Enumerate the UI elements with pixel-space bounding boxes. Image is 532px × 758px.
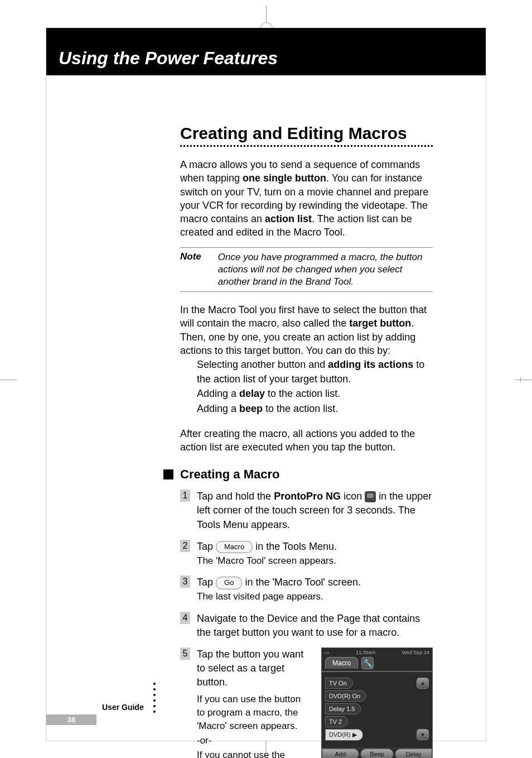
page-container: Using the Power Features Creating and Ed… — [0, 0, 532, 758]
device-header: Macro 🔧 — [322, 655, 432, 671]
note-label: Note — [180, 251, 201, 288]
action-item[interactable]: TV On — [325, 678, 353, 689]
step-body: Tap the button you want to select as a t… — [197, 647, 310, 690]
dot-icon — [153, 705, 156, 707]
step-body: Tap and hold the ProntoPro NG icon in th… — [197, 490, 433, 532]
add-button[interactable]: Add — [322, 749, 359, 758]
page-number: 38 — [46, 714, 96, 725]
text: Adding a beep to the action list. — [197, 401, 338, 416]
bold-text: beep — [239, 403, 263, 414]
step-5-row: 5 Tap the button you want to select as a… — [180, 647, 433, 758]
action-item[interactable]: Delay 1.5 — [325, 703, 361, 714]
step-list: 1 Tap and hold the ProntoPro NG icon in … — [180, 490, 433, 640]
sub-heading: Creating a Macro — [180, 467, 280, 482]
text: Selecting another button and adding its … — [197, 357, 433, 386]
bullet-item: Adding a delay to the action list. — [197, 386, 433, 401]
dot-icon — [153, 683, 156, 685]
step-number: 2 — [180, 540, 190, 552]
step-number: 4 — [180, 612, 190, 624]
step-5-text: 5 Tap the button you want to select as a… — [180, 647, 310, 758]
step-body: Tap Macro in the Tools Menu. The 'Macro … — [197, 540, 337, 568]
step-3: 3 Tap Go in the 'Macro Tool' screen. The… — [180, 575, 433, 603]
step-2: 2 Tap Macro in the Tools Menu. The 'Macr… — [180, 540, 433, 568]
page-border: Using the Power Features Creating and Ed… — [46, 28, 486, 741]
bold-text: action list — [265, 213, 312, 224]
decorative-dots — [153, 683, 156, 713]
note-text: Once you have programmed a macro, the bu… — [218, 251, 433, 288]
device-time: 11:39am — [356, 650, 375, 655]
tools-icon[interactable]: 🔧 — [361, 657, 374, 669]
device-status-bar: ▭ 11:39am Wed Sep 24 — [322, 648, 432, 655]
bold-text: adding its actions — [328, 359, 413, 370]
sub-heading-row: Creating a Macro — [180, 467, 433, 482]
action-list: TV On ▲ DVD(R) On Delay 1.5 TV 2 DVD(R) … — [322, 672, 432, 748]
scroll-up-button[interactable]: ▲ — [417, 678, 429, 689]
step-number: 3 — [180, 575, 190, 588]
text: Adding a delay to the action list. — [197, 386, 340, 401]
dot-icon — [153, 688, 156, 690]
chapter-header: Using the Power Features — [46, 28, 486, 75]
macro-button-icon: Macro — [216, 541, 253, 553]
beep-button[interactable]: Beep — [360, 749, 394, 758]
section-heading: Creating and Editing Macros — [180, 124, 433, 143]
device-date: Wed Sep 24 — [402, 650, 429, 655]
step-result: If you cannot use the button to program … — [197, 749, 310, 758]
crop-mark-right — [515, 380, 532, 380]
or-divider: -or- — [197, 734, 310, 747]
device-screenshot: ▭ 11:39am Wed Sep 24 Macro 🔧 TV On ▲ — [321, 647, 433, 758]
crop-mark-left — [0, 380, 17, 380]
step-number: 1 — [180, 490, 190, 502]
step-result: The 'Macro Tool' screen appears. — [197, 555, 336, 566]
square-bullet-icon — [163, 469, 173, 479]
dot-icon — [153, 699, 156, 702]
bold-text: ProntoPro NG — [274, 491, 341, 502]
scroll-down-button[interactable]: ▼ — [417, 729, 429, 740]
content-area: Creating and Editing Macros A macro allo… — [113, 124, 433, 758]
bold-text: one single button — [243, 172, 326, 184]
bullet-item: Adding a beep to the action list. — [197, 401, 433, 416]
dot-icon — [153, 711, 156, 713]
action-item[interactable]: TV 2 — [325, 716, 348, 727]
step-body: Navigate to the Device and the Page that… — [197, 612, 433, 640]
dotted-divider — [180, 145, 433, 147]
delay-button[interactable]: Delay — [395, 749, 432, 758]
bold-text: target button — [349, 318, 411, 329]
step-body: Tap Go in the 'Macro Tool' screen. The l… — [197, 575, 361, 603]
intro-paragraph: A macro allows you to send a sequence of… — [180, 158, 433, 239]
battery-icon: ▭ — [325, 650, 330, 655]
step-1: 1 Tap and hold the ProntoPro NG icon in … — [180, 490, 433, 532]
note-box: Note Once you have programmed a macro, t… — [180, 247, 433, 292]
bold-text: delay — [239, 388, 265, 399]
paragraph: In the Macro Tool you first have to sele… — [180, 303, 433, 357]
step-result: If you can use the button to program a m… — [197, 693, 310, 732]
bullet-item: Selecting another button and adding its … — [197, 357, 433, 386]
go-button-icon: Go — [216, 577, 242, 589]
crop-mark-top — [255, 6, 277, 28]
footer-label: User Guide — [100, 702, 146, 713]
device-footer-row1: Add Beep Delay — [322, 748, 432, 758]
bullet-list: Selecting another button and adding its … — [197, 357, 433, 415]
action-item-selected[interactable]: DVD(R) ▶ — [325, 729, 363, 741]
macro-tab[interactable]: Macro — [325, 657, 358, 669]
step-number: 5 — [180, 647, 190, 660]
paragraph: After creating the macro, all actions yo… — [180, 427, 433, 454]
pronto-device-icon — [365, 491, 376, 502]
step-result: The last visited page appears. — [197, 591, 323, 602]
step-4: 4 Navigate to the Device and the Page th… — [180, 612, 433, 640]
dot-icon — [153, 694, 156, 696]
action-item[interactable]: DVD(R) On — [325, 690, 366, 702]
